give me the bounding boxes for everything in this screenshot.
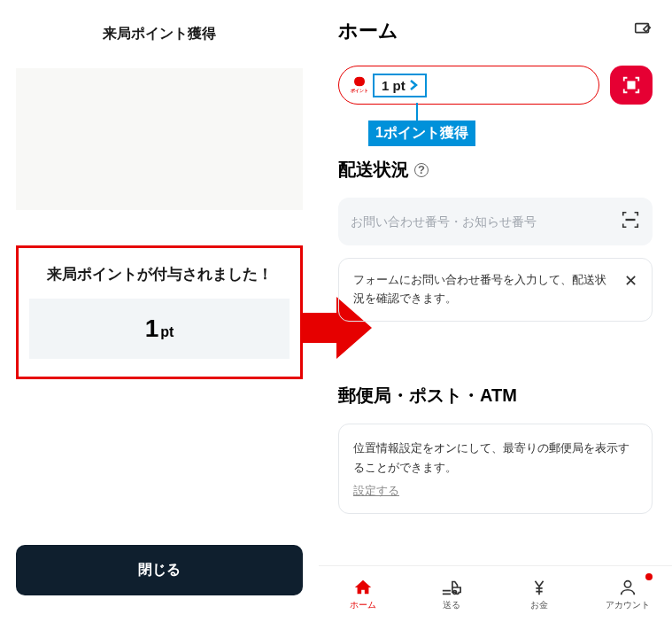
points-number: 1: [145, 315, 159, 342]
tab-account[interactable]: アカウント: [583, 566, 672, 622]
points-unit: pt: [160, 324, 174, 339]
callout-connector: [416, 103, 418, 122]
tracking-hint-card: フォームにお問い合わせ番号を入力して、配送状況を確認できます。 ✕: [338, 258, 653, 322]
qr-button[interactable]: [610, 66, 653, 105]
left-screen-title: 来局ポイント獲得: [0, 0, 319, 68]
location-section-title: 郵便局・ポスト・ATM: [338, 384, 653, 408]
money-icon: [529, 578, 549, 597]
tracking-hint-text: フォームにお問い合わせ番号を入力して、配送状況を確認できます。: [353, 271, 614, 308]
edit-icon[interactable]: [633, 19, 653, 43]
points-row: ポイント 1 pt 1ポイント獲得: [338, 66, 653, 105]
home-icon: [353, 578, 373, 597]
points-value-badge: 1 pt: [373, 74, 427, 97]
right-screen: ホーム ポイント 1 pt 1ポイント獲得 配送状況 ?: [319, 0, 672, 622]
location-hint-text: 位置情報設定をオンにして、最寄りの郵便局を表示することができます。: [353, 439, 637, 478]
tracking-search-row: [338, 198, 653, 245]
qr-icon: [622, 75, 641, 95]
close-button[interactable]: 閉じる: [16, 545, 303, 595]
points-logo-icon: ポイント: [350, 75, 369, 95]
tab-send[interactable]: 送る: [407, 566, 496, 622]
barcode-scan-icon[interactable]: [621, 210, 640, 233]
tab-money[interactable]: お金: [496, 566, 584, 622]
points-display-text: 1 pt: [382, 78, 406, 93]
account-icon: [618, 578, 637, 597]
points-value-box: 1pt: [29, 299, 290, 359]
location-settings-link[interactable]: 設定する: [353, 483, 399, 499]
callout-label: 1ポイント獲得: [368, 121, 475, 146]
award-highlight-box: 来局ポイントが付与されました！ 1pt: [16, 245, 303, 379]
close-icon[interactable]: ✕: [624, 271, 637, 291]
location-hint-card: 位置情報設定をオンにして、最寄りの郵便局を表示することができます。 設定する: [338, 424, 653, 514]
tracking-input[interactable]: [351, 214, 621, 229]
svg-point-7: [624, 580, 630, 587]
delivery-section-title: 配送状況 ?: [338, 158, 653, 182]
image-placeholder: [16, 68, 303, 210]
award-message: 来局ポイントが付与されました！: [29, 264, 290, 284]
svg-rect-5: [632, 86, 635, 89]
send-icon: [441, 578, 462, 597]
tab-home[interactable]: ホーム: [319, 566, 407, 622]
help-icon[interactable]: ?: [414, 163, 429, 177]
home-header: ホーム: [338, 18, 653, 44]
points-pill[interactable]: ポイント 1 pt: [338, 66, 599, 105]
home-title: ホーム: [338, 18, 398, 44]
chevron-right-icon: [409, 79, 418, 91]
svg-rect-2: [628, 82, 630, 84]
svg-rect-4: [628, 86, 630, 89]
notification-dot: [645, 573, 653, 580]
tab-bar: ホーム 送る お金 アカウント: [319, 565, 672, 622]
left-screen: 来局ポイント獲得 来局ポイントが付与されました！ 1pt 閉じる: [0, 0, 319, 622]
svg-rect-3: [632, 82, 635, 84]
